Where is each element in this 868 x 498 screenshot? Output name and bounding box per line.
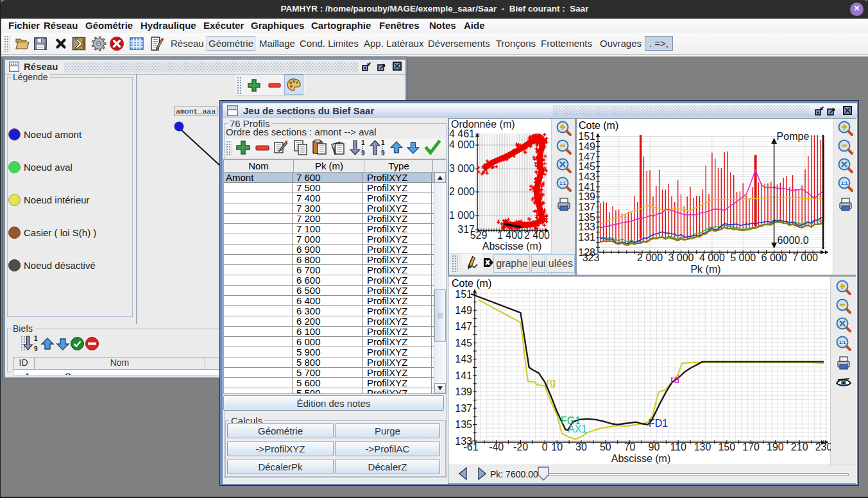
svg-text:9: 9 (361, 150, 365, 156)
svg-text:145: 145 (578, 161, 595, 172)
svg-text:529: 529 (470, 230, 488, 241)
svg-text:139: 139 (578, 191, 595, 202)
svg-text:Abscisse (m): Abscisse (m) (611, 453, 670, 464)
svg-text:6 000: 6 000 (762, 252, 787, 263)
svg-text:1:1: 1:1 (559, 181, 566, 185)
svg-text:323: 323 (583, 252, 600, 263)
svg-text:139: 139 (455, 386, 472, 397)
svg-text:AX1: AX1 (568, 424, 587, 434)
svg-text:137: 137 (578, 202, 595, 212)
svg-text:147: 147 (455, 321, 472, 332)
svg-text:1 000: 1 000 (449, 210, 475, 221)
svg-text:Pk (m): Pk (m) (690, 264, 720, 275)
svg-text:1: 1 (381, 139, 385, 146)
svg-text:3 000: 3 000 (449, 163, 475, 174)
svg-text:-20: -20 (513, 442, 528, 452)
svg-text:Pompe: Pompe (777, 131, 810, 142)
svg-text:rg: rg (547, 377, 556, 388)
svg-text:Abscisse (m): Abscisse (m) (482, 241, 541, 252)
svg-text:6000.0: 6000.0 (778, 235, 809, 246)
svg-text:3 000: 3 000 (668, 252, 694, 263)
svg-text:rd: rd (670, 374, 679, 385)
svg-text:5 000: 5 000 (730, 252, 756, 263)
svg-text:FD1: FD1 (649, 418, 668, 429)
svg-text:1:1: 1:1 (839, 340, 846, 345)
svg-text:2 000: 2 000 (449, 186, 475, 197)
svg-text:4 000: 4 000 (699, 252, 725, 263)
svg-text:130: 130 (694, 442, 711, 452)
svg-text:135: 135 (455, 419, 472, 430)
svg-text:70: 70 (624, 442, 636, 452)
svg-text:150: 150 (718, 442, 735, 452)
svg-text:110: 110 (670, 442, 686, 452)
svg-text:9: 9 (381, 150, 385, 156)
svg-text:145: 145 (455, 338, 472, 348)
svg-text:2 000: 2 000 (637, 252, 663, 263)
svg-text:90: 90 (649, 442, 660, 452)
svg-text:2 400: 2 400 (524, 230, 550, 241)
svg-text:1: 1 (361, 139, 365, 146)
svg-text:133: 133 (578, 221, 595, 232)
svg-text:190: 190 (767, 442, 784, 452)
svg-text:0: 0 (542, 442, 548, 452)
svg-text:141: 141 (455, 370, 472, 381)
svg-text:141: 141 (578, 182, 595, 193)
svg-text:147: 147 (578, 151, 595, 162)
svg-text:-61: -61 (463, 442, 478, 452)
svg-text:-40: -40 (489, 442, 504, 452)
svg-text:149: 149 (578, 141, 595, 152)
svg-text:151: 151 (578, 131, 595, 142)
svg-text:137: 137 (455, 403, 472, 414)
svg-text:7 000: 7 000 (792, 252, 818, 263)
svg-text:50: 50 (600, 442, 611, 452)
svg-text:30: 30 (575, 442, 587, 452)
svg-text:170: 170 (742, 442, 760, 452)
svg-text:149: 149 (455, 305, 472, 316)
svg-text::: : (34, 341, 35, 347)
svg-text:10: 10 (551, 442, 563, 452)
svg-text:143: 143 (578, 171, 595, 182)
svg-text:135: 135 (578, 212, 595, 223)
svg-text:1:1: 1:1 (841, 181, 847, 185)
svg-text:131: 131 (578, 232, 595, 243)
svg-text:143: 143 (455, 354, 472, 365)
svg-text:4 000: 4 000 (449, 139, 475, 150)
svg-text:230: 230 (815, 442, 831, 452)
svg-text:210: 210 (791, 442, 808, 452)
svg-text:1 400: 1 400 (497, 230, 523, 241)
svg-text:4 461: 4 461 (449, 128, 475, 139)
svg-text:151: 151 (455, 289, 472, 300)
